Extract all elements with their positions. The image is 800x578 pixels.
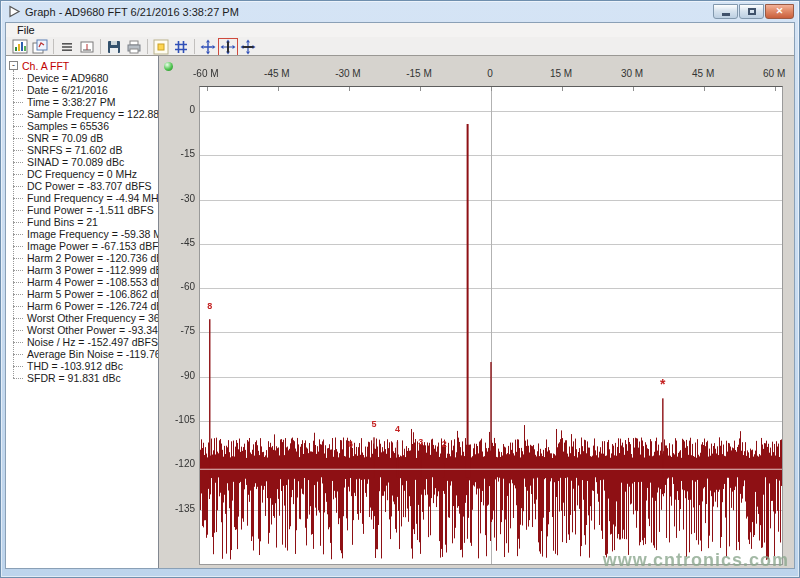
x-axis-tick-label: -60 M	[193, 68, 219, 79]
save-button[interactable]	[104, 38, 124, 56]
fft-stat-item[interactable]: Fund Frequency = -4.94 MHz	[6, 192, 158, 204]
grid-toggle-button[interactable]	[171, 38, 191, 56]
graph-settings-icon	[12, 39, 28, 55]
x-axis-tick-label: -15 M	[406, 68, 432, 79]
vertical-cursor-icon	[220, 39, 236, 55]
spur-marker-harm2: 2	[442, 440, 447, 449]
fft-stats-panel: -Ch. A FFT Device = AD9680Date = 6/21/20…	[6, 56, 159, 568]
app-window: Graph - AD9680 FFT 6/21/2016 3:38:27 PM …	[0, 0, 800, 578]
toolbar-separator	[194, 39, 195, 54]
x-axis-tick-label: 60 M	[763, 68, 785, 79]
fft-stat-item[interactable]: Harm 3 Power = -112.999 dBc	[6, 264, 158, 276]
spur-marker-harm4: 4	[395, 424, 400, 433]
y-axis-tick-label: -90	[159, 370, 195, 381]
vertical-cursor-button[interactable]	[218, 38, 238, 56]
single-view-icon	[153, 39, 169, 55]
fft-stat-item[interactable]: Time = 3:38:27 PM	[6, 96, 158, 108]
x-axis-tick-label: 30 M	[621, 68, 643, 79]
fft-stat-item[interactable]: Harm 5 Power = -106.862 dBc	[6, 288, 158, 300]
print-button[interactable]	[124, 38, 144, 56]
titlebar[interactable]: Graph - AD9680 FFT 6/21/2016 3:38:27 PM …	[1, 1, 799, 22]
toolbar-separator	[147, 39, 148, 54]
spur-marker-worst-other: *	[660, 379, 665, 388]
fft-stat-item[interactable]: Harm 6 Power = -126.724 dBc	[6, 300, 158, 312]
fft-stat-item[interactable]: SNRFS = 71.602 dB	[6, 144, 158, 156]
menubar: File	[6, 23, 794, 37]
menu-file[interactable]: File	[13, 24, 39, 36]
y-axis-tick-label: -60	[159, 281, 195, 292]
horizontal-cursor-icon	[240, 39, 256, 55]
fft-stat-item[interactable]: Image Power = -67.153 dBFS	[6, 240, 158, 252]
window-title: Graph - AD9680 FFT 6/21/2016 3:38:27 PM	[25, 6, 239, 18]
fft-stat-item[interactable]: Device = AD9680	[6, 72, 158, 84]
y-axis-tick-label: -15	[159, 148, 195, 159]
pan-cursor-icon	[200, 39, 216, 55]
maximize-icon	[748, 8, 756, 15]
fft-stat-item[interactable]: Worst Other Frequency = 36.28 MHz	[6, 312, 158, 324]
toolbar-separator	[53, 39, 54, 54]
grid-toggle-icon	[173, 39, 189, 55]
fft-stat-item[interactable]: Noise / Hz = -152.497 dBFS / Hz	[6, 336, 158, 348]
cursor-values-button[interactable]	[77, 38, 97, 56]
y-axis-tick-label: -45	[159, 237, 195, 248]
graph-settings-button[interactable]	[10, 38, 30, 56]
single-view-button[interactable]	[151, 38, 171, 56]
fft-stat-item[interactable]: Image Frequency = -59.38 MHz	[6, 228, 158, 240]
maximize-button[interactable]	[739, 4, 764, 19]
cursor-values-icon	[79, 39, 95, 55]
minimize-button[interactable]	[713, 4, 738, 19]
fft-stat-item[interactable]: Average Bin Noise = -119.767 dBFS	[6, 348, 158, 360]
fft-stat-item[interactable]: Worst Other Power = -93.343 dBFS	[6, 324, 158, 336]
fft-stat-item[interactable]: Samples = 65536	[6, 120, 158, 132]
fft-stat-item[interactable]: DC Frequency = 0 MHz	[6, 168, 158, 180]
fft-canvas[interactable]	[200, 87, 782, 564]
fft-stat-item[interactable]: SNR = 70.09 dB	[6, 132, 158, 144]
y-axis-tick-label: -30	[159, 193, 195, 204]
x-axis-tick-label: -30 M	[335, 68, 361, 79]
x-axis-tick-label: -45 M	[264, 68, 290, 79]
client-area: File -Ch. A FFT Device = AD9680Date = 6/…	[5, 22, 795, 569]
y-axis-tick-label: -120	[159, 458, 195, 469]
fft-stat-item[interactable]: Sample Frequency = 122.88 MHz	[6, 108, 158, 120]
close-icon: ✕	[776, 7, 784, 16]
status-led-icon	[164, 62, 173, 71]
spur-marker-harm5: 5	[371, 419, 376, 428]
save-icon	[106, 39, 122, 55]
list-view-icon	[59, 39, 75, 55]
close-button[interactable]: ✕	[765, 4, 794, 19]
fft-stat-item[interactable]: SINAD = 70.089 dBc	[6, 156, 158, 168]
fft-stat-item[interactable]: THD = -103.912 dBc	[6, 360, 158, 372]
y-axis-tick-label: -105	[159, 414, 195, 425]
fft-stat-item[interactable]: Harm 2 Power = -120.736 dBc	[6, 252, 158, 264]
pan-cursor-button[interactable]	[198, 38, 218, 56]
watermark: www.cntronics.com	[603, 550, 789, 571]
fft-stats-list: Device = AD9680Date = 6/21/2016Time = 3:…	[6, 72, 158, 384]
fft-stat-item[interactable]: DC Power = -83.707 dBFS	[6, 180, 158, 192]
content-area: -Ch. A FFT Device = AD9680Date = 6/21/20…	[6, 55, 794, 568]
app-logo-icon	[8, 5, 21, 18]
x-axis-tick-label: 15 M	[550, 68, 572, 79]
fft-stat-item[interactable]: Fund Power = -1.511 dBFS	[6, 204, 158, 216]
fft-stat-item[interactable]: SFDR = 91.831 dBc	[6, 372, 158, 384]
x-axis-tick-label: 45 M	[692, 68, 714, 79]
fft-stat-item[interactable]: Harm 4 Power = -108.553 dBc	[6, 276, 158, 288]
fft-stat-item[interactable]: Fund Bins = 21	[6, 216, 158, 228]
fft-stat-item[interactable]: Date = 6/21/2016	[6, 84, 158, 96]
window-controls: ✕	[712, 4, 794, 19]
copy-graph-icon	[32, 39, 48, 55]
toolbar	[6, 37, 794, 57]
copy-graph-button[interactable]	[30, 38, 50, 56]
horizontal-cursor-button[interactable]	[238, 38, 258, 56]
y-axis-tick-label: -135	[159, 503, 195, 514]
minimize-icon	[722, 13, 730, 16]
tree-root-row[interactable]: -Ch. A FFT	[6, 59, 158, 72]
x-axis-tick-label: 0	[487, 68, 493, 79]
toolbar-separator	[100, 39, 101, 54]
print-icon	[126, 39, 142, 55]
fft-plot[interactable]: 865432*	[199, 86, 783, 565]
list-view-button[interactable]	[57, 38, 77, 56]
tree-root-label: Ch. A FFT	[22, 60, 69, 72]
y-axis-tick-label: -75	[159, 325, 195, 336]
tree-collapse-icon[interactable]: -	[9, 61, 18, 70]
spur-marker-image: 8	[207, 302, 212, 311]
